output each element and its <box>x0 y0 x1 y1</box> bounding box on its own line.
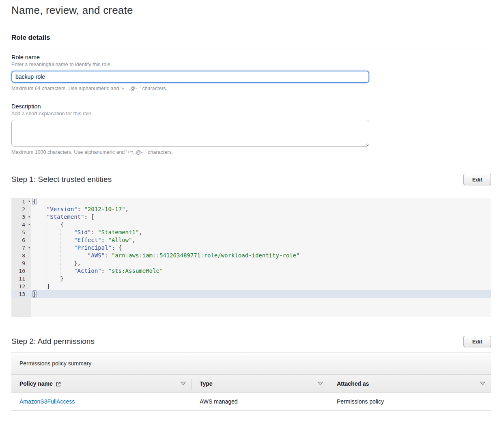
permissions-summary-panel: Permissions policy summary Policy name T… <box>11 352 491 410</box>
code-line[interactable]: "AWS": "arn:aws:iam::541263489771:role/w… <box>31 252 491 259</box>
editor-lines[interactable]: { "Version": "2012-10-17", "Statement": … <box>31 198 491 298</box>
code-line[interactable]: } <box>31 290 491 298</box>
policy-name-column-label: Policy name <box>19 380 53 387</box>
description-constraint: Maximum 1000 characters. Use alphanumeri… <box>11 149 491 155</box>
page-title: Name, review, and create <box>11 4 491 17</box>
type-column-label: Type <box>200 380 213 387</box>
line-number: 12 <box>11 283 31 290</box>
description-label: Description <box>11 103 491 110</box>
code-line[interactable]: "Version": "2012-10-17", <box>31 205 491 213</box>
line-number: 8 <box>11 252 31 259</box>
code-line[interactable]: "Action": "sts:AssumeRole" <box>31 267 491 275</box>
editor-gutter: 1▾23▾4▾567▾8910111213 <box>11 198 31 317</box>
attached-as-cell: Permissions policy <box>329 398 491 405</box>
code-line[interactable]: } <box>31 275 491 283</box>
fold-arrow-icon[interactable]: ▾ <box>28 198 30 205</box>
policy-name-link[interactable]: AmazonS3FullAccess <box>19 398 75 405</box>
code-line[interactable]: "Statement": [ <box>31 213 491 221</box>
indent-guide <box>60 229 61 283</box>
line-number: 5 <box>11 229 31 236</box>
step1-heading: Step 1: Select trusted entities <box>11 175 112 184</box>
code-line[interactable]: "Sid": "Statement1", <box>31 229 491 236</box>
line-number: 4▾ <box>11 221 31 229</box>
policy-name-filter-icon[interactable] <box>181 382 186 386</box>
policy-type-cell: AWS managed <box>192 398 329 405</box>
line-number: 6 <box>11 236 31 244</box>
line-number: 7▾ <box>11 244 31 252</box>
step1-edit-button[interactable]: Edit <box>463 174 491 185</box>
line-number: 13 <box>11 290 31 298</box>
role-name-field: Role name Enter a meaningful name to ide… <box>11 54 491 91</box>
code-line[interactable]: { <box>31 221 491 229</box>
column-header-type: Type <box>192 375 329 393</box>
column-header-attached-as: Attached as <box>329 375 491 393</box>
divider <box>11 48 491 48</box>
table-row: AmazonS3FullAccessAWS managedPermissions… <box>11 393 491 410</box>
code-line[interactable]: }, <box>31 259 491 267</box>
step2-header: Step 2: Add permissions Edit <box>11 336 491 347</box>
line-number: 1▾ <box>11 198 31 205</box>
description-input[interactable] <box>11 120 369 147</box>
line-number: 9 <box>11 259 31 267</box>
table-body: AmazonS3FullAccessAWS managedPermissions… <box>11 393 491 410</box>
role-name-label: Role name <box>11 54 491 60</box>
line-number: 2 <box>11 205 31 213</box>
line-number: 10 <box>11 267 31 275</box>
permissions-panel-title: Permissions policy summary <box>11 352 491 374</box>
trust-policy-editor[interactable]: 1▾23▾4▾567▾8910111213 { "Version": "2012… <box>11 198 491 317</box>
fold-arrow-icon[interactable]: ▾ <box>28 220 30 228</box>
external-link-icon <box>56 382 61 387</box>
indent-guide <box>47 221 47 290</box>
attached-as-filter-icon[interactable] <box>480 382 485 386</box>
fold-arrow-icon[interactable]: ▾ <box>28 213 30 220</box>
role-name-input[interactable] <box>11 71 369 83</box>
fold-arrow-icon[interactable]: ▾ <box>28 244 30 251</box>
description-help: Add a short explanation for this role. <box>11 111 491 117</box>
role-name-help: Enter a meaningful name to identify this… <box>11 62 491 67</box>
table-header: Policy name Type <box>11 374 491 393</box>
role-details-heading: Role details <box>11 34 491 42</box>
step2-edit-button[interactable]: Edit <box>463 336 491 347</box>
code-line[interactable]: ] <box>31 283 491 290</box>
role-name-constraint: Maximum 64 characters. Use alphanumeric … <box>11 86 491 91</box>
line-number: 11 <box>11 275 31 283</box>
description-field: Description Add a short explanation for … <box>11 103 491 155</box>
step2-heading: Step 2: Add permissions <box>11 337 95 346</box>
type-filter-icon[interactable] <box>318 382 323 386</box>
attached-as-column-label: Attached as <box>337 380 369 387</box>
line-number: 3▾ <box>11 213 31 221</box>
column-header-policy-name: Policy name <box>11 375 192 393</box>
name-review-create-page: Name, review, and create Role details Ro… <box>0 4 504 410</box>
code-line[interactable]: { <box>31 198 491 205</box>
code-line[interactable]: "Effect": "Allow", <box>31 236 491 244</box>
step1-header: Step 1: Select trusted entities Edit <box>11 174 491 185</box>
code-line[interactable]: "Principal": { <box>31 244 491 252</box>
